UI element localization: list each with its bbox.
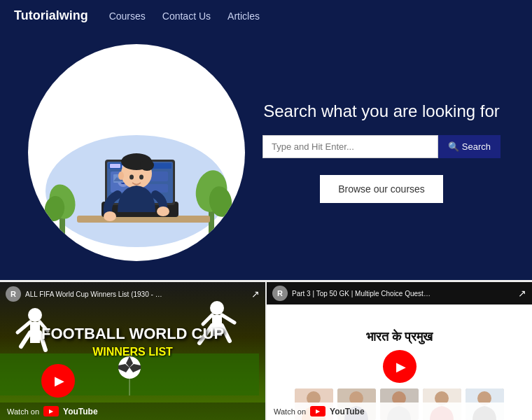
brand-logo[interactable]: Tutorialwing xyxy=(14,8,88,23)
svg-point-26 xyxy=(118,172,124,180)
india-watch-on: Watch on xyxy=(274,407,306,416)
youtube-icon-football xyxy=(43,406,59,416)
svg-line-43 xyxy=(222,315,234,323)
youtube-icon-india xyxy=(310,406,326,416)
svg-line-35 xyxy=(18,322,30,332)
india-video-title-text: Part 3 | Top 50 GK | Multiple Choice Que… xyxy=(292,290,432,298)
videos-section: R ALL FIFA World Cup Winners List (1930 … xyxy=(0,280,532,420)
svg-point-28 xyxy=(139,174,144,179)
india-video-topleft: R Part 3 | Top 50 GK | Multiple Choice Q… xyxy=(272,286,432,301)
svg-rect-12 xyxy=(110,164,120,168)
hero-title: Search what you are looking for xyxy=(263,102,500,121)
hero-illustration xyxy=(28,44,245,261)
nav-courses[interactable]: Courses xyxy=(109,10,146,22)
navbar: Tutorialwing Courses Contact Us Articles xyxy=(0,0,532,31)
nav-articles[interactable]: Articles xyxy=(227,10,260,22)
browse-courses-button[interactable]: Browse our courses xyxy=(320,175,443,203)
svg-point-38 xyxy=(210,301,224,315)
india-video-topbar: R Part 3 | Top 50 GK | Multiple Choice Q… xyxy=(267,282,532,304)
india-video-bottombar: Watch on YouTube xyxy=(267,402,532,420)
football-video-bottombar: Watch on YouTube xyxy=(0,402,265,420)
india-main-title: भारत के प्रमुख xyxy=(366,330,433,344)
search-bar: 🔍 Search xyxy=(262,135,500,158)
search-button[interactable]: 🔍 Search xyxy=(438,135,500,158)
football-sub-title: WINNERS LIST xyxy=(41,346,224,358)
football-main-title: FOOTBALL WORLD CUP xyxy=(41,326,224,342)
football-watch-on: Watch on xyxy=(7,407,39,416)
search-icon: 🔍 xyxy=(448,141,459,152)
hero-svg xyxy=(35,51,238,254)
hero-section: Search what you are looking for 🔍 Search… xyxy=(0,31,532,280)
india-video-bg: R Part 3 | Top 50 GK | Multiple Choice Q… xyxy=(267,282,532,420)
svg-point-27 xyxy=(130,174,134,179)
svg-line-33 xyxy=(21,332,30,346)
nav-contact[interactable]: Contact Us xyxy=(162,10,211,22)
football-play-button[interactable] xyxy=(41,364,75,398)
svg-line-42 xyxy=(203,315,212,324)
football-platform: YouTube xyxy=(63,407,98,416)
football-video-bg: R ALL FIFA World Cup Winners List (1930 … xyxy=(0,282,265,420)
india-platform: YouTube xyxy=(330,407,365,416)
svg-point-24 xyxy=(104,211,116,221)
india-share-icon[interactable]: ↗ xyxy=(518,288,526,299)
svg-point-23 xyxy=(140,160,154,171)
football-video-card[interactable]: R ALL FIFA World Cup Winners List (1930 … xyxy=(0,282,267,420)
football-titles: FOOTBALL WORLD CUP WINNERS LIST xyxy=(41,326,224,397)
svg-point-31 xyxy=(28,308,42,322)
nav-links: Courses Contact Us Articles xyxy=(109,10,260,22)
search-input[interactable] xyxy=(262,135,438,158)
india-gk-video-card[interactable]: R Part 3 | Top 50 GK | Multiple Choice Q… xyxy=(267,282,532,420)
svg-point-25 xyxy=(157,206,169,216)
hero-right: Search what you are looking for 🔍 Search… xyxy=(245,102,504,203)
india-play-button[interactable] xyxy=(383,350,416,383)
india-avatar: R xyxy=(272,286,288,301)
